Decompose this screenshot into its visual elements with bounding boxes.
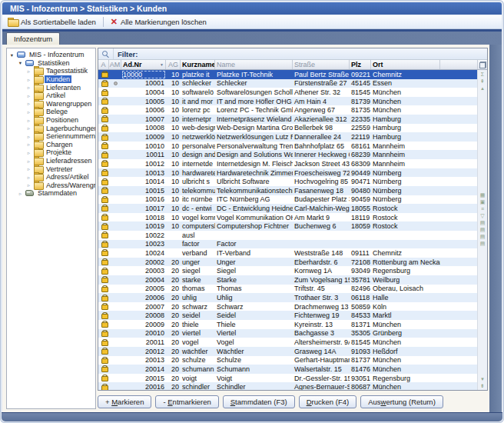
layout-icon[interactable]: ▤ bbox=[480, 219, 486, 226]
tree-item-adress-artikel[interactable]: ▹Adress/Artikel bbox=[7, 173, 95, 182]
tree-item-vertreter[interactable]: ▹Vertreter bbox=[7, 165, 95, 173]
expand-arrow-icon[interactable]: ▹ bbox=[26, 109, 32, 115]
expand-arrow-icon[interactable]: ▹ bbox=[26, 118, 32, 123]
tree-item-warengruppen[interactable]: ▹Warengruppen bbox=[7, 100, 95, 108]
expand-arrow-icon[interactable]: ▹ bbox=[26, 93, 32, 98]
filter-icon[interactable]: ▽ bbox=[480, 212, 484, 219]
tree-item-lieferadressen[interactable]: ▹Lieferadressen bbox=[7, 157, 95, 165]
table-row[interactable]: 1000110schleckerSchleckerFürstenstraße 2… bbox=[98, 79, 477, 88]
sum-icon[interactable]: Σ bbox=[481, 71, 484, 78]
table-row[interactable]: 2000920thieleThieleKyreinstr. 1381371Mün… bbox=[98, 320, 477, 329]
tree-item-stammdaten[interactable]: ▹Stammdaten bbox=[7, 189, 95, 198]
table-row[interactable]: 2000420starkeStarkeZum Vogelsang 1535781… bbox=[98, 275, 477, 285]
expand-arrow-icon[interactable]: ▹ bbox=[26, 125, 32, 131]
table-row[interactable]: 2000620uhligUhligTrothaer Str. 306118Hal… bbox=[98, 293, 477, 302]
tree-item-adress-warengruppen[interactable]: ▹Adress/Warengruppen bbox=[7, 182, 95, 190]
table-row[interactable]: 2000520thomasThomasTriftstr. 4582496Ober… bbox=[98, 285, 477, 294]
tree-item-tagesstatistik[interactable]: ▹Tagesstatistik bbox=[7, 67, 95, 75]
footer-button-stammdaten-f3[interactable]: Stammdaten (F3) bbox=[223, 395, 295, 408]
tree-item-chargen[interactable]: ▹Chargen bbox=[7, 141, 95, 149]
footer-button-entmarkieren[interactable]: - Entmarkieren bbox=[155, 395, 218, 408]
table-row[interactable]: 1000410softwarelöSoftwarelösungen Scholl… bbox=[98, 88, 477, 97]
table-row[interactable]: 2000820seidelSeidelFichtenweg 1984533Mar… bbox=[98, 311, 477, 320]
table-row[interactable]: 1000010platzke itPlatzke IT-TechnikPaul … bbox=[98, 70, 477, 79]
footer-button-markieren[interactable]: + Markieren bbox=[98, 395, 151, 408]
expand-arrow-icon[interactable]: ▹ bbox=[26, 158, 32, 164]
table-row[interactable]: 1001910computershComputershop FichtnerBu… bbox=[98, 221, 477, 231]
clear-markings-button[interactable]: ✕ Alle Markierungen löschen bbox=[105, 15, 212, 28]
table-row[interactable]: 1000910netzwerklöNetzwerklösungen Lutz R… bbox=[98, 132, 477, 142]
column-header-plz[interactable]: Plz bbox=[350, 60, 371, 69]
table-row[interactable]: 10022ausl bbox=[98, 231, 477, 240]
table-row[interactable]: 1000810web-designWeb-Design Martina Groß… bbox=[98, 124, 477, 133]
table-row[interactable]: 1001810vogel kommVogel Kommunikation OHG… bbox=[98, 213, 477, 222]
table-row[interactable]: 1000710internetprInternetpräsenz Wieland… bbox=[98, 115, 477, 124]
table-row[interactable]: 1001410ulbricht sUlbricht SoftwareHochvo… bbox=[98, 177, 477, 186]
table-row[interactable]: 2001520voigtVoigtDr.-Gessler-Str. 15B930… bbox=[98, 374, 477, 383]
table-row[interactable]: 1001510telekommunTelekommunikationstechn… bbox=[98, 186, 477, 195]
tree-item-belege[interactable]: ▹Belege bbox=[7, 108, 95, 116]
tree-item-kunden[interactable]: ▹Kunden bbox=[7, 75, 95, 84]
scroll-down-icon[interactable]: ▾ bbox=[481, 375, 484, 382]
expand-arrow-icon[interactable]: ▹ bbox=[26, 101, 32, 106]
expand-arrow-icon[interactable]: ▹ bbox=[18, 191, 23, 196]
column-header-ort[interactable]: Ort bbox=[371, 60, 440, 69]
footer-button-auswertung-return[interactable]: Auswertung (Return) bbox=[360, 395, 443, 408]
rows-icon[interactable]: ▤ bbox=[480, 233, 486, 240]
scroll-bottom-icon[interactable]: ⇟ bbox=[480, 382, 485, 389]
grid-icon[interactable]: ▦ bbox=[480, 192, 486, 198]
scroll-up-icon[interactable]: ▴ bbox=[481, 85, 484, 92]
table-row[interactable]: 1001110design andDesign and Solutions We… bbox=[98, 150, 477, 159]
table-row[interactable]: 2001620schindlerSchindlerAgnes-Bernauer-… bbox=[98, 382, 477, 390]
table-row[interactable]: 1001010personalvePersonalverwaltung Tren… bbox=[98, 142, 477, 151]
tree-item-seriennummern[interactable]: ▹Seriennummern bbox=[7, 132, 95, 141]
table-row[interactable]: 2001120vogelVogelAltersheimerstr. 9A8154… bbox=[98, 338, 477, 347]
tree-item-projekte[interactable]: ▹Projekte bbox=[7, 148, 95, 157]
table-row[interactable]: 1001210internetdeInternetdesign M. Fleis… bbox=[98, 159, 477, 168]
tree-item-mis-infozentrum[interactable]: ▾MIS - Infozentrum bbox=[7, 51, 95, 59]
table-row[interactable]: 2000220ungerUngerEberhardstr. 672108Rott… bbox=[98, 258, 477, 267]
tree-item-artikel[interactable]: ▹Artikel bbox=[7, 92, 95, 100]
column-header-adnr[interactable]: Ad.Nr▼ bbox=[121, 60, 166, 69]
rows-icon[interactable]: ▤ bbox=[480, 226, 486, 233]
tree-item-lieferanten[interactable]: ▹Lieferanten bbox=[7, 83, 95, 92]
search-icon[interactable]: ▣ bbox=[480, 198, 486, 205]
filter-bar[interactable]: Filter: bbox=[98, 48, 487, 60]
table-row[interactable]: 1001610itc nürnbeITC Nürnberg AGBudapest… bbox=[98, 195, 477, 205]
column-header-kurzname[interactable]: Kurzname bbox=[181, 60, 215, 69]
expand-arrow-icon[interactable]: ▹ bbox=[26, 68, 32, 74]
expand-arrow-icon[interactable]: ▹ bbox=[26, 142, 32, 147]
table-row[interactable]: 1001310hardwareteHardwaretechnik Zimmerm… bbox=[98, 168, 477, 178]
column-header-lock[interactable]: A bbox=[98, 60, 109, 69]
table-row[interactable]: 1000610lorenz pcLorenz PC - Technik GmbH… bbox=[98, 105, 477, 115]
sort-icon[interactable]: ≡ bbox=[481, 205, 484, 212]
table-row[interactable]: 2000720schwarzSchwarzDrachmenweg 1350859… bbox=[98, 302, 477, 311]
table-row[interactable]: 2001420schumannSchumannWalsertalstr. 158… bbox=[98, 365, 477, 374]
table-row[interactable]: 2001020viertelViertelBachgasse 335305Grü… bbox=[98, 329, 477, 338]
column-header-ag[interactable]: AG bbox=[166, 60, 181, 69]
expand-arrow-icon[interactable]: ▹ bbox=[26, 175, 32, 180]
expand-arrow-icon[interactable]: ▹ bbox=[26, 166, 32, 172]
expand-arrow-icon[interactable]: ▹ bbox=[26, 77, 32, 82]
table-row[interactable]: 1000510it and morIT and more Höfler OHGA… bbox=[98, 97, 477, 106]
table-row[interactable]: 2000320siegelSiegelKornweg 1A93049Regens… bbox=[98, 266, 477, 275]
table-row[interactable]: 2001320schulzeSchulzeGerhart-Hauptmann-R… bbox=[98, 356, 477, 365]
tree-item-statistiken[interactable]: ▾Statistiken bbox=[7, 59, 95, 68]
tree-item-lagerbuchungen[interactable]: ▹Lagerbuchungen bbox=[7, 124, 95, 132]
scroll-top-icon[interactable]: ⇞ bbox=[480, 78, 485, 85]
expand-arrow-icon[interactable]: ▹ bbox=[26, 85, 32, 90]
rows-icon[interactable]: ▤ bbox=[480, 240, 486, 247]
column-header-am[interactable]: AM bbox=[109, 60, 121, 69]
column-header-strasse[interactable]: Straße bbox=[293, 60, 350, 69]
table-row[interactable]: 2001220wächtlerWächtlerGrasweg 14A91093H… bbox=[98, 347, 477, 356]
tree-item-positionen[interactable]: ▹Positionen bbox=[7, 116, 95, 125]
expand-arrow-icon[interactable]: ▹ bbox=[26, 150, 32, 155]
collapse-arrow-icon[interactable]: ▾ bbox=[18, 60, 23, 65]
expand-arrow-icon[interactable]: ▹ bbox=[26, 182, 32, 188]
table-row[interactable]: 10024verbandIT-VerbandWeststraße 1480911… bbox=[98, 248, 477, 258]
table-row[interactable]: 1001710dc - entwiDC - Entwicklung Heidne… bbox=[98, 204, 477, 213]
column-header-name[interactable]: Name bbox=[215, 60, 293, 69]
copy-pages-icon[interactable] bbox=[477, 60, 487, 69]
footer-button-drucken-f4[interactable]: Drucken (F4) bbox=[299, 395, 356, 408]
expand-arrow-icon[interactable]: ▹ bbox=[26, 134, 32, 139]
